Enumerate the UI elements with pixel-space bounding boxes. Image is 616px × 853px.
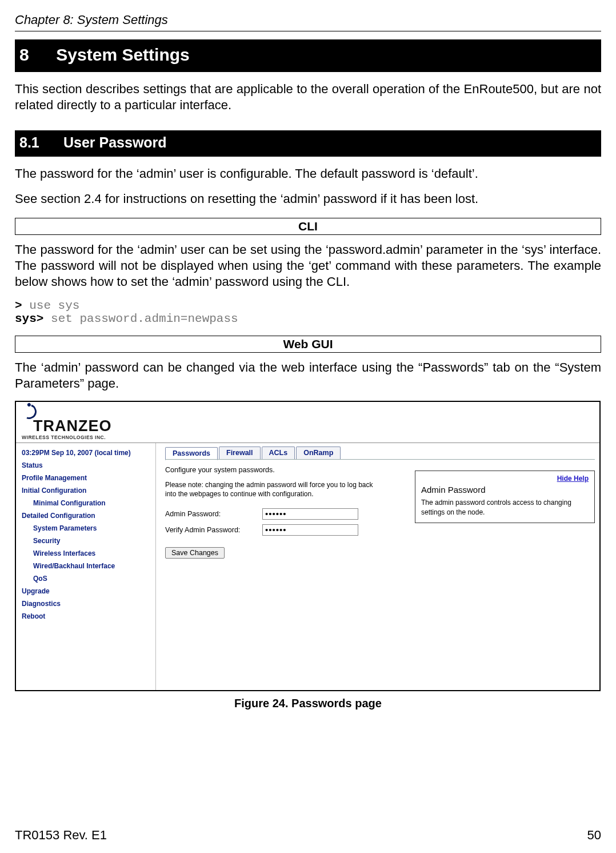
section-heading: 8.1 User Password xyxy=(15,130,601,157)
screenshot-figure: TRANZEO WIRELESS TECHNOLOGIES INC. 03:29… xyxy=(15,401,601,691)
intro-paragraph: This section describes settings that are… xyxy=(15,81,601,113)
tab[interactable]: Passwords xyxy=(165,447,218,460)
figure-wrapper: TRANZEO WIRELESS TECHNOLOGIES INC. 03:29… xyxy=(15,401,601,710)
admin-password-label: Admin Password: xyxy=(165,510,262,518)
sidebar-time: 03:29PM Sep 10, 2007 (local time) xyxy=(16,447,155,459)
section-number: 8.1 xyxy=(19,134,59,151)
cli-paragraph: The password for the ‘admin’ user can be… xyxy=(15,242,601,290)
verify-password-label: Verify Admin Password: xyxy=(165,526,262,534)
cli-box-label: CLI xyxy=(15,218,601,235)
help-title: Admin Password xyxy=(421,485,589,495)
sidebar-item[interactable]: Detailed Configuration xyxy=(16,509,155,522)
section-title: User Password xyxy=(63,134,167,150)
chapter-heading: 8 System Settings xyxy=(15,39,601,72)
sidebar-item[interactable]: Wireless Interfaces xyxy=(16,547,155,560)
tab[interactable]: OnRamp xyxy=(296,447,341,460)
admin-password-input[interactable] xyxy=(262,508,358,520)
cli-prompt: > xyxy=(15,299,22,312)
sidebar-item[interactable]: Wired/Backhaul Interface xyxy=(16,560,155,572)
chapter-title: System Settings xyxy=(56,45,189,64)
figure-caption: Figure 24. Passwords page xyxy=(15,697,601,710)
page-footer: TR0153 Rev. E1 50 xyxy=(15,828,601,843)
running-header: Chapter 8: System Settings xyxy=(15,13,601,27)
cli-example: > use sys sys> set password.admin=newpas… xyxy=(15,299,601,325)
sidebar-item[interactable]: Initial Configuration xyxy=(16,484,155,497)
sidebar-item[interactable]: System Parameters xyxy=(16,522,155,535)
content-pane: PasswordsFirewallACLsOnRamp Configure yo… xyxy=(156,443,599,690)
webgui-paragraph: The ‘admin’ password can be changed via … xyxy=(15,360,601,392)
webgui-box-label: Web GUI xyxy=(15,336,601,353)
content-note: Please note: changing the admin password… xyxy=(165,481,382,499)
logo-subtext: WIRELESS TECHNOLOGIES INC. xyxy=(22,435,106,440)
body-paragraph: The password for the ‘admin’ user is con… xyxy=(15,166,601,182)
header-rule xyxy=(15,31,601,31)
sidebar-item[interactable]: Status xyxy=(16,459,155,472)
cli-prompt: sys> xyxy=(15,312,43,325)
sidebar-item[interactable]: Upgrade xyxy=(16,585,155,597)
form-row-verify-password: Verify Admin Password: xyxy=(165,524,595,536)
sidebar: 03:29PM Sep 10, 2007 (local time) Status… xyxy=(16,443,156,690)
tab-underline xyxy=(165,459,595,460)
sidebar-item[interactable]: Reboot xyxy=(16,610,155,623)
sidebar-item[interactable]: Security xyxy=(16,535,155,547)
sidebar-item[interactable]: Diagnostics xyxy=(16,597,155,610)
logo-text: TRANZEO xyxy=(33,418,112,434)
hide-help-link[interactable]: Hide Help xyxy=(421,475,589,483)
logo-bar: TRANZEO WIRELESS TECHNOLOGIES INC. xyxy=(16,402,599,443)
sidebar-item[interactable]: Profile Management xyxy=(16,472,155,484)
verify-password-input[interactable] xyxy=(262,524,358,536)
cli-command: set password.admin=newpass xyxy=(43,312,238,325)
figure-body: 03:29PM Sep 10, 2007 (local time) Status… xyxy=(16,443,599,690)
tab-bar: PasswordsFirewallACLsOnRamp xyxy=(165,447,595,460)
tab[interactable]: Firewall xyxy=(219,447,261,460)
footer-doc-id: TR0153 Rev. E1 xyxy=(15,828,107,843)
cli-command: use sys xyxy=(22,299,80,312)
help-body: The admin password controls access to ch… xyxy=(421,498,589,516)
sidebar-item[interactable]: Minimal Configuration xyxy=(16,497,155,509)
body-paragraph: See section 2.4 for instructions on rese… xyxy=(15,191,601,207)
footer-page-number: 50 xyxy=(587,828,601,843)
chapter-number: 8 xyxy=(19,45,51,65)
tab[interactable]: ACLs xyxy=(262,447,295,460)
help-panel: Hide Help Admin Password The admin passw… xyxy=(415,471,595,523)
save-changes-button[interactable]: Save Changes xyxy=(165,547,225,559)
sidebar-item[interactable]: QoS xyxy=(16,572,155,585)
